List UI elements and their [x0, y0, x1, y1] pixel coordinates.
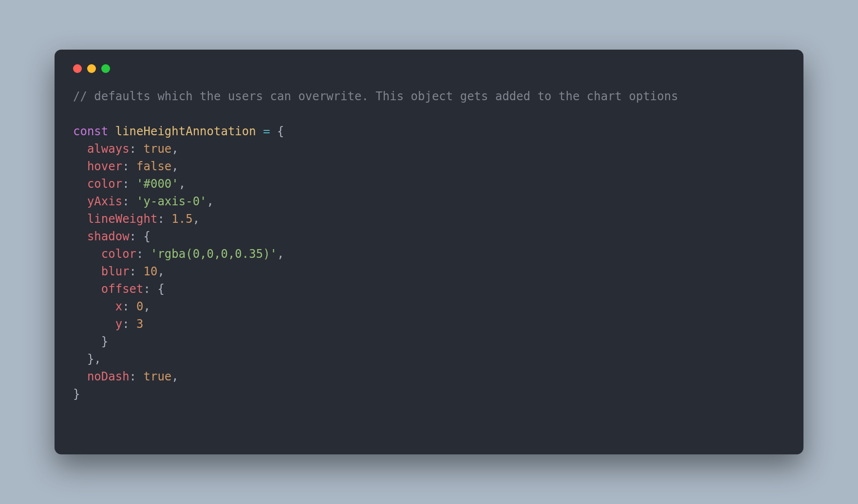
prop-always: always [87, 142, 130, 156]
prop-y: y [115, 317, 122, 331]
prop-nodash: noDash [87, 370, 130, 383]
prop-lineweight: lineWeight [87, 212, 158, 226]
keyword-const: const [73, 125, 108, 138]
val-hash000: '#000' [136, 177, 179, 191]
operator-eq: = [256, 125, 277, 138]
brace-open: { [277, 125, 284, 138]
prop-hover: hover [87, 160, 122, 173]
val-0: 0 [136, 300, 143, 313]
val-10: 10 [144, 265, 158, 278]
minimize-icon[interactable] [87, 64, 96, 73]
prop-shadow: shadow [87, 230, 130, 243]
code-window: // defaults which the users can overwrit… [55, 50, 803, 454]
close-icon[interactable] [73, 64, 82, 73]
prop-offset: offset [101, 282, 144, 296]
prop-blur: blur [101, 265, 130, 278]
prop-color: color [87, 177, 122, 191]
code-comment: // defaults which the users can overwrit… [73, 90, 678, 103]
code-block: // defaults which the users can overwrit… [73, 88, 785, 403]
val-yaxis0: 'y-axis-0' [136, 195, 207, 208]
val-3: 3 [136, 317, 143, 331]
val-true: true [144, 142, 172, 156]
val-false: false [136, 160, 171, 173]
prop-yaxis: yAxis [87, 195, 122, 208]
val-rgba: 'rgba(0,0,0,0.35)' [150, 247, 277, 261]
prop-x: x [115, 300, 122, 313]
brace-close-shadow: } [87, 352, 94, 366]
window-titlebar [73, 64, 785, 73]
val-1-5: 1.5 [171, 212, 192, 226]
brace-close: } [73, 387, 80, 401]
maximize-icon[interactable] [101, 64, 110, 73]
prop-shadow-color: color [101, 247, 136, 261]
brace-open-offset: { [157, 282, 164, 296]
val-true-nodash: true [144, 370, 172, 383]
brace-close-offset: } [101, 335, 108, 348]
variable-name: lineHeightAnnotation [115, 125, 256, 138]
brace-open-shadow: { [144, 230, 150, 243]
